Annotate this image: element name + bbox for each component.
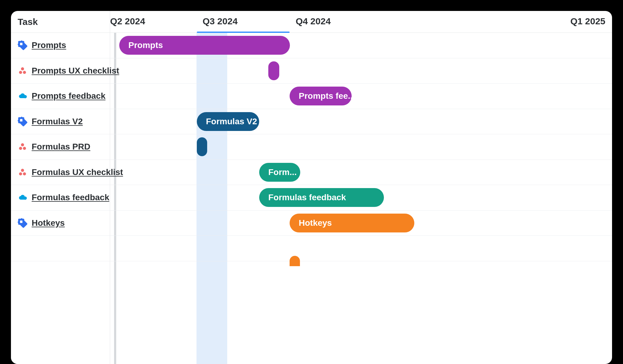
task-row: Formulas UX checklist <box>11 160 110 185</box>
task-header-label: Task <box>18 17 38 27</box>
gantt-bar[interactable]: Formulas feedback <box>259 188 384 207</box>
quarter-label[interactable]: Q3 2024 <box>203 11 238 32</box>
diamond-icon <box>17 218 28 228</box>
timeline-row: Formulas V2 <box>110 109 612 135</box>
timeline-row: Prompts fee... <box>110 84 612 109</box>
asana-icon <box>18 143 27 151</box>
gantt-bar[interactable] <box>290 256 300 266</box>
task-link[interactable]: Formulas feedback <box>32 193 109 202</box>
task-row: Formulas V2 <box>11 109 110 135</box>
timeline-row <box>110 236 612 261</box>
svg-point-7 <box>19 172 22 175</box>
gantt-bar[interactable] <box>268 61 279 80</box>
task-link[interactable]: Prompts feedback <box>32 91 106 101</box>
task-link[interactable]: Prompts UX checklist <box>32 66 119 76</box>
svg-point-2 <box>23 71 26 74</box>
header-row: Task Q2 2024Q3 2024Q4 2024Q1 2025 <box>11 11 612 33</box>
task-link[interactable]: Hotkeys <box>32 218 65 228</box>
task-column: PromptsPrompts UX checklistPrompts feedb… <box>11 33 110 364</box>
salesforce-icon <box>18 193 27 202</box>
app-frame: Task Q2 2024Q3 2024Q4 2024Q1 2025 Prompt… <box>11 11 612 364</box>
quarter-label[interactable]: Q1 2025 <box>570 11 605 32</box>
svg-point-6 <box>21 169 24 172</box>
timeline-row: Hotkeys <box>110 211 612 236</box>
task-column-header: Task <box>11 11 110 33</box>
timeline-row <box>110 58 612 84</box>
task-link[interactable]: Formulas PRD <box>32 142 90 152</box>
timeline-row: Form... <box>110 160 612 185</box>
task-link[interactable]: Formulas UX checklist <box>32 167 123 177</box>
gantt-bar[interactable]: Prompts <box>119 36 290 55</box>
timeline-row: Formulas feedback <box>110 185 612 211</box>
task-row: Formulas feedback <box>11 185 110 211</box>
task-row: Prompts feedback <box>11 84 110 109</box>
body: PromptsPrompts UX checklistPrompts feedb… <box>11 33 612 364</box>
gantt-bar[interactable]: Form... <box>259 163 300 182</box>
quarter-label[interactable]: Q2 2024 <box>110 11 145 32</box>
gantt-bar[interactable] <box>197 137 207 156</box>
diamond-icon <box>17 40 28 50</box>
svg-point-0 <box>21 67 24 70</box>
timeline-rows: PromptsPrompts fee...Formulas V2Form...F… <box>110 33 612 261</box>
gantt-bar[interactable]: Formulas V2 <box>197 112 259 131</box>
svg-point-8 <box>23 172 26 175</box>
timeline-row <box>110 134 612 160</box>
gantt-bar[interactable]: Hotkeys <box>290 214 414 232</box>
timeline-area[interactable]: PromptsPrompts fee...Formulas V2Form...F… <box>110 33 612 364</box>
svg-point-4 <box>19 147 22 150</box>
timeline-header: Q2 2024Q3 2024Q4 2024Q1 2025 <box>110 11 612 33</box>
task-row: Prompts <box>11 33 110 58</box>
asana-icon <box>18 67 27 75</box>
task-row: Hotkeys <box>11 211 110 236</box>
task-row: Prompts UX checklist <box>11 58 110 84</box>
gantt-bar[interactable]: Prompts fee... <box>290 87 352 105</box>
svg-point-1 <box>19 71 22 74</box>
svg-point-5 <box>23 147 26 150</box>
task-row: Formulas PRD <box>11 134 110 160</box>
svg-point-3 <box>21 143 24 146</box>
task-link[interactable]: Prompts <box>32 40 66 50</box>
task-link[interactable]: Formulas V2 <box>32 117 83 126</box>
asana-icon <box>18 168 27 177</box>
diamond-icon <box>17 116 28 127</box>
task-row <box>11 236 110 261</box>
timeline-row: Prompts <box>110 33 612 58</box>
salesforce-icon <box>18 92 27 100</box>
quarter-label[interactable]: Q4 2024 <box>296 11 331 32</box>
